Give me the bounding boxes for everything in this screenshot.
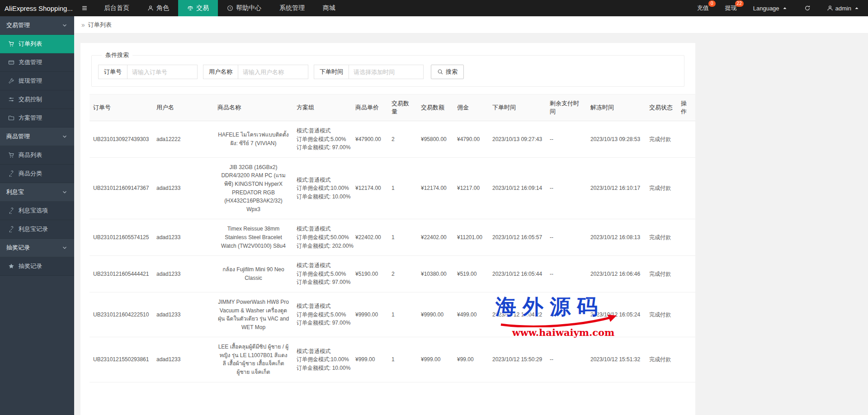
table-header-row: 订单号用户名商品名称方案组商品单价交易数量交易数额佣金下单时间剩余支付时间解冻时…	[90, 94, 695, 121]
cell-unit-price: ¥22402.00	[352, 219, 388, 256]
help-icon: ?	[227, 5, 233, 11]
topbar-recharge[interactable]: 充值0	[689, 0, 717, 16]
breadcrumb-label: 订单列表	[88, 21, 112, 29]
cell-qty: 2	[388, 256, 417, 292]
sidebar-item-4[interactable]: 交易控制	[0, 90, 74, 109]
nav-item-3[interactable]: ?帮助中心	[218, 0, 270, 16]
search-field-group-0: 订单号	[98, 65, 198, 79]
nav-item-0[interactable]: 后台首页	[95, 0, 138, 16]
topbar-nav: 后台首页角色交易?帮助中心系统管理商城	[95, 0, 344, 16]
cell-qty: 1	[388, 157, 417, 219]
col-header-3: 方案组	[293, 94, 352, 121]
cell-commission: ¥519.00	[453, 256, 489, 292]
cell-username: adad1233	[153, 157, 214, 219]
cell-remaining: --	[546, 292, 587, 337]
cell-unit-price: ¥47900.00	[352, 121, 388, 158]
cell-action	[677, 256, 695, 292]
cell-order-no: UB2310121609147367	[90, 157, 153, 219]
cell-status: 完成付款	[646, 256, 677, 292]
cell-status: 完成付款	[646, 292, 677, 337]
sidebar-item-5[interactable]: 方案管理	[0, 109, 74, 127]
nav-item-2[interactable]: 交易	[178, 0, 218, 16]
cell-action	[677, 121, 695, 158]
cell-remaining: --	[546, 121, 587, 158]
cell-username: adad1233	[153, 337, 214, 382]
cell-qty: 1	[388, 219, 417, 256]
search-field-group-1: 用户名称	[203, 65, 308, 79]
sidebar-group-9[interactable]: 利息宝	[0, 183, 74, 202]
cell-username: adad1233	[153, 219, 214, 256]
orders-tbody: UB2310130927439303ada12222HAFELE ไมโครเว…	[90, 121, 695, 382]
search-input-2[interactable]	[349, 65, 424, 79]
wrench-icon	[8, 78, 14, 84]
cell-order-time: 2023/10/12 16:04:22	[489, 292, 546, 337]
cell-unfreeze-time: 2023/10/13 09:28:53	[587, 121, 646, 158]
sidebar-item-8[interactable]: 商品分类	[0, 165, 74, 183]
cell-order-no: UB2310121550293861	[90, 337, 153, 382]
cell-username: adad1233	[153, 292, 214, 337]
sidebar-group-12[interactable]: 抽奖记录	[0, 239, 74, 257]
col-header-4: 商品单价	[352, 94, 388, 121]
cell-status: 完成付款	[646, 337, 677, 382]
sidebar-item-1[interactable]: 订单列表	[0, 35, 74, 53]
sidebar-item-11[interactable]: 利息宝记录	[0, 220, 74, 239]
search-field-label: 用户名称	[203, 65, 238, 79]
col-header-6: 交易数额	[417, 94, 453, 121]
balance-icon	[187, 5, 193, 11]
sidebar-item-3[interactable]: 提现管理	[0, 72, 74, 90]
col-header-7: 佣金	[453, 94, 489, 121]
sidebar-item-label: 商品列表	[19, 151, 42, 159]
search-input-0[interactable]	[127, 65, 198, 79]
menu-toggle-icon[interactable]	[74, 0, 95, 16]
cell-status: 完成付款	[646, 219, 677, 256]
search-input-1[interactable]	[238, 65, 308, 79]
orders-table: 订单号用户名商品名称方案组商品单价交易数量交易数额佣金下单时间剩余支付时间解冻时…	[90, 94, 695, 382]
nav-item-5[interactable]: 商城	[314, 0, 344, 16]
cell-unfreeze-time: 2023/10/12 16:10:17	[587, 157, 646, 219]
app-title: AliExpress Shopping...	[0, 0, 74, 16]
nav-item-4[interactable]: 系统管理	[270, 0, 314, 16]
cell-unfreeze-time: 2023/10/12 16:06:46	[587, 256, 646, 292]
link-icon	[8, 170, 14, 177]
sidebar-group-label: 抽奖记录	[6, 244, 30, 252]
search-button[interactable]: 搜索	[431, 65, 464, 79]
sidebar-group-0[interactable]: 交易管理	[0, 16, 74, 35]
cell-qty: 1	[388, 292, 417, 337]
cell-amount: ¥95800.00	[417, 121, 453, 158]
user-icon	[827, 5, 833, 11]
sidebar-item-2[interactable]: 充值管理	[0, 53, 74, 72]
cell-plan: 模式:普通模式订单佣金模式:10.00%订单金额模式: 10.00%	[293, 157, 352, 219]
cell-remaining: --	[546, 157, 587, 219]
col-header-2: 商品名称	[214, 94, 293, 121]
sidebar-item-10[interactable]: 利息宝选项	[0, 202, 74, 220]
nav-item-1[interactable]: 角色	[138, 0, 178, 16]
sidebar-item-7[interactable]: 商品列表	[0, 146, 74, 165]
svg-text:?: ?	[229, 6, 231, 10]
breadcrumb: » 订单列表	[74, 16, 868, 33]
sidebar-item-13[interactable]: 抽奖记录	[0, 257, 74, 276]
caret-up-icon	[854, 5, 860, 11]
sidebar-item-label: 抽奖记录	[19, 262, 42, 270]
topbar-refresh[interactable]	[796, 0, 819, 16]
sidebar: 交易管理订单列表充值管理提现管理交易控制方案管理商品管理商品列表商品分类利息宝利…	[0, 16, 74, 415]
cell-unfreeze-time: 2023/10/12 16:05:24	[587, 292, 646, 337]
cell-product: กล้อง Fujifilm Mini 90 Neo Classic	[214, 256, 293, 292]
cell-remaining: --	[546, 337, 587, 382]
topbar-admin[interactable]: admin	[819, 0, 868, 16]
topbar-right: 充值0提现22Languageadmin	[689, 0, 868, 16]
search-icon	[437, 69, 443, 75]
search-panel-legend: 条件搜索	[102, 51, 132, 59]
cell-unit-price: ¥999.00	[352, 337, 388, 382]
cell-unit-price: ¥5190.00	[352, 256, 388, 292]
cell-product: HAFELE ไมโครเวฟแบบติดตั้งฝัง: ซีรีย์ 7 (…	[214, 121, 293, 158]
cell-order-no: UB2310121605444421	[90, 256, 153, 292]
sidebar-item-label: 订单列表	[19, 40, 42, 48]
col-header-10: 解冻时间	[587, 94, 646, 121]
nav-item-label: 系统管理	[279, 4, 305, 12]
sidebar-item-label: 利息宝选项	[19, 207, 48, 215]
sidebar-group-6[interactable]: 商品管理	[0, 127, 74, 146]
topbar-withdraw[interactable]: 提现22	[717, 0, 745, 16]
topbar-language[interactable]: Language	[745, 0, 796, 16]
search-panel: 条件搜索 订单号用户名称下单时间 搜索	[91, 51, 684, 87]
table-row: UB2310121605574125adad1233Timex Reissue …	[90, 219, 695, 256]
